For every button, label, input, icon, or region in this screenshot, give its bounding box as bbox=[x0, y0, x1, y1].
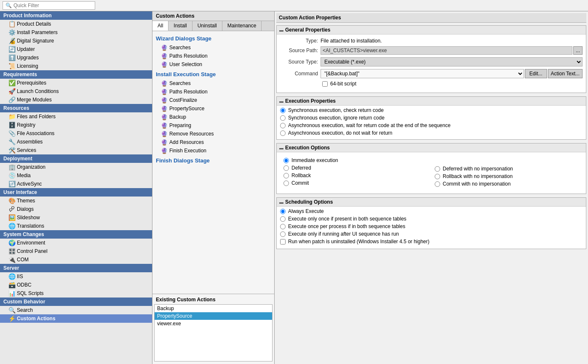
radio-always-execute-input[interactable] bbox=[280, 209, 286, 214]
sidebar-item-activesync[interactable]: 🔃ActiveSync bbox=[0, 180, 152, 188]
radio-sync-ignore-input[interactable] bbox=[280, 115, 286, 121]
radio-once-both-input[interactable] bbox=[280, 216, 286, 222]
sidebar-item-install-parameters[interactable]: ⚙️Install Parameters bbox=[0, 28, 152, 37]
stage-item-propertysource[interactable]: 🔮PropertySource bbox=[154, 104, 273, 113]
sidebar: Product Information 📋Product Details ⚙️I… bbox=[0, 11, 152, 364]
sidebar-item-registry[interactable]: 🗄️Registry bbox=[0, 121, 152, 129]
sidebar-item-control-panel[interactable]: 🎛️Control Panel bbox=[0, 247, 152, 255]
radio-sync-ignore: Synchronous execution, ignore return cod… bbox=[280, 115, 583, 121]
existing-custom-actions-title: Existing Custom Actions bbox=[154, 296, 273, 303]
stage-item-backup[interactable]: 🔮Backup bbox=[154, 113, 273, 121]
radio-sync-check-label: Synchronous execution, check return code bbox=[288, 107, 384, 113]
stage-item-costfinalize[interactable]: 🔮CostFinalize bbox=[154, 96, 273, 104]
execution-options-cols: Immediate execution Deferred Rollback bbox=[280, 156, 583, 190]
stage-item-remove-resources[interactable]: 🔮Remove Resources bbox=[154, 130, 273, 138]
sidebar-item-custom-actions[interactable]: ⚡Custom Actions bbox=[0, 314, 152, 323]
radio-rollback-input[interactable] bbox=[283, 173, 289, 178]
sidebar-item-odbc[interactable]: 🗃️ODBC bbox=[0, 281, 152, 289]
sidebar-item-file-associations[interactable]: 📎File Associations bbox=[0, 129, 152, 138]
stage-item-paths-resolution-install[interactable]: 🔮Paths Resolution bbox=[154, 88, 273, 96]
stage-item-user-selection[interactable]: 🔮User Selection bbox=[154, 60, 273, 69]
sidebar-item-sql-scripts[interactable]: 📊SQL Scripts bbox=[0, 289, 152, 298]
sidebar-item-assemblies[interactable]: 🔧Assemblies bbox=[0, 138, 152, 146]
tab-uninstall[interactable]: Uninstall bbox=[192, 21, 222, 31]
section-requirements: Requirements bbox=[0, 70, 152, 79]
radio-async-wait-input[interactable] bbox=[280, 123, 286, 128]
sidebar-item-media[interactable]: 💿Media bbox=[0, 171, 152, 180]
sidebar-item-environment[interactable]: 🌍Environment bbox=[0, 239, 152, 247]
existing-item-backup[interactable]: Backup bbox=[155, 305, 272, 312]
radio-commit-input[interactable] bbox=[283, 181, 289, 186]
source-path-browse-btn[interactable]: ... bbox=[573, 46, 583, 55]
stage-item-paths-resolution[interactable]: 🔮Paths Resolution bbox=[154, 52, 273, 60]
stage-item-finish-execution[interactable]: 🔮Finish Execution bbox=[154, 146, 273, 155]
radio-sync-ignore-label: Synchronous execution, ignore return cod… bbox=[288, 115, 385, 121]
exec-options-collapse-btn[interactable]: ▬ bbox=[279, 146, 283, 150]
source-path-input[interactable] bbox=[321, 46, 572, 55]
source-type-label: Source Type: bbox=[280, 59, 318, 65]
execution-collapse-btn[interactable]: ▬ bbox=[279, 99, 283, 104]
radio-commit: Commit bbox=[283, 180, 428, 186]
action-text-button[interactable]: Action Text... bbox=[548, 69, 583, 78]
radio-immediate: Immediate execution bbox=[283, 157, 428, 163]
radio-sync-check-input[interactable] bbox=[280, 108, 286, 113]
sidebar-item-slideshow[interactable]: 🖼️Slideshow bbox=[0, 213, 152, 222]
sidebar-item-upgrades[interactable]: ⬆️Upgrades bbox=[0, 53, 152, 62]
stage-item-preparing[interactable]: 🔮Preparing bbox=[154, 121, 273, 130]
sidebar-item-iis[interactable]: 🌐IIS bbox=[0, 272, 152, 281]
sidebar-item-launch-conditions[interactable]: 🚀Launch Conditions bbox=[0, 87, 152, 96]
sidebar-item-search[interactable]: 🔍Search bbox=[0, 306, 152, 314]
radio-deferred-no-imp-input[interactable] bbox=[435, 166, 440, 172]
stage-content: Wizard Dialogs Stage 🔮Searches 🔮Paths Re… bbox=[152, 31, 274, 294]
patch-checkbox[interactable] bbox=[280, 239, 286, 244]
sidebar-item-digital-signature[interactable]: 🔏Digital Signature bbox=[0, 37, 152, 45]
search-box[interactable]: 🔍 bbox=[3, 1, 95, 10]
sidebar-item-dialogs[interactable]: 🗪Dialogs bbox=[0, 205, 152, 213]
execution-options-group: ▬ Execution Options Immediate execution … bbox=[276, 143, 586, 194]
radio-immediate-input[interactable] bbox=[283, 158, 289, 163]
command-select[interactable]: "[&Backup.bat]" bbox=[321, 69, 524, 78]
radio-after-ui: Execute only if running after UI sequenc… bbox=[280, 231, 583, 237]
scheduling-collapse-btn[interactable]: ▬ bbox=[279, 200, 283, 205]
center-panel: Custom Actions All Install Uninstall Mai… bbox=[152, 11, 275, 364]
sidebar-item-translations[interactable]: 🌐Translations bbox=[0, 222, 152, 230]
sidebar-item-themes[interactable]: 🎨Themes bbox=[0, 197, 152, 205]
section-deployment: Deployment bbox=[0, 154, 152, 163]
sidebar-item-updater[interactable]: 🔄Updater bbox=[0, 45, 152, 53]
execution-options-body: Immediate execution Deferred Rollback bbox=[277, 152, 586, 194]
general-collapse-btn[interactable]: ▬ bbox=[279, 28, 283, 32]
sidebar-item-organization[interactable]: 🏢Organization bbox=[0, 163, 152, 171]
radio-rollback-no-imp-input[interactable] bbox=[435, 174, 440, 179]
sidebar-item-prerequisites[interactable]: ✅Prerequisites bbox=[0, 79, 152, 87]
stage-item-searches-install[interactable]: 🔮Searches bbox=[154, 79, 273, 88]
existing-item-viewer-exe[interactable]: viewer.exe bbox=[155, 320, 272, 327]
sidebar-item-merge-modules[interactable]: 🔗Merge Modules bbox=[0, 96, 152, 104]
command-label: Command bbox=[280, 71, 318, 77]
radio-once-both-label: Execute only once if present in both seq… bbox=[288, 216, 406, 222]
radio-after-ui-input[interactable] bbox=[280, 231, 286, 237]
tab-maintenance[interactable]: Maintenance bbox=[222, 21, 262, 31]
sidebar-item-licensing[interactable]: 📜Licensing bbox=[0, 62, 152, 70]
existing-item-propertysource[interactable]: PropertySource bbox=[155, 312, 272, 320]
64bit-checkbox[interactable] bbox=[322, 81, 328, 87]
radio-once-per-process: Execute once per process if in both sequ… bbox=[280, 223, 583, 229]
source-type-select[interactable]: Executable (*.exe) bbox=[321, 57, 583, 66]
finish-dialogs-stage-title: Finish Dialogs Stage bbox=[154, 155, 273, 165]
radio-commit-no-imp-input[interactable] bbox=[435, 181, 440, 187]
edit-button[interactable]: Edit... bbox=[525, 69, 547, 78]
tab-all[interactable]: All bbox=[152, 21, 168, 31]
radio-deferred-input[interactable] bbox=[283, 165, 289, 171]
sidebar-item-files-and-folders[interactable]: 📁Files and Folders bbox=[0, 112, 152, 121]
radio-async-nowait-input[interactable] bbox=[280, 130, 286, 136]
search-input[interactable] bbox=[13, 3, 92, 8]
64bit-checkbox-row: 64-bit script bbox=[322, 81, 583, 87]
sidebar-item-com[interactable]: 🔌COM bbox=[0, 255, 152, 264]
radio-commit-no-imp-label: Commit with no impersonation bbox=[443, 181, 510, 187]
stage-item-searches[interactable]: 🔮Searches bbox=[154, 43, 273, 52]
sidebar-item-product-details[interactable]: 📋Product Details bbox=[0, 20, 152, 28]
stage-item-add-resources[interactable]: 🔮Add Resources bbox=[154, 138, 273, 146]
sidebar-item-services[interactable]: 🛠️Services bbox=[0, 146, 152, 154]
tab-install[interactable]: Install bbox=[168, 21, 192, 31]
radio-once-per-process-input[interactable] bbox=[280, 224, 286, 229]
section-system-changes: System Changes bbox=[0, 230, 152, 239]
